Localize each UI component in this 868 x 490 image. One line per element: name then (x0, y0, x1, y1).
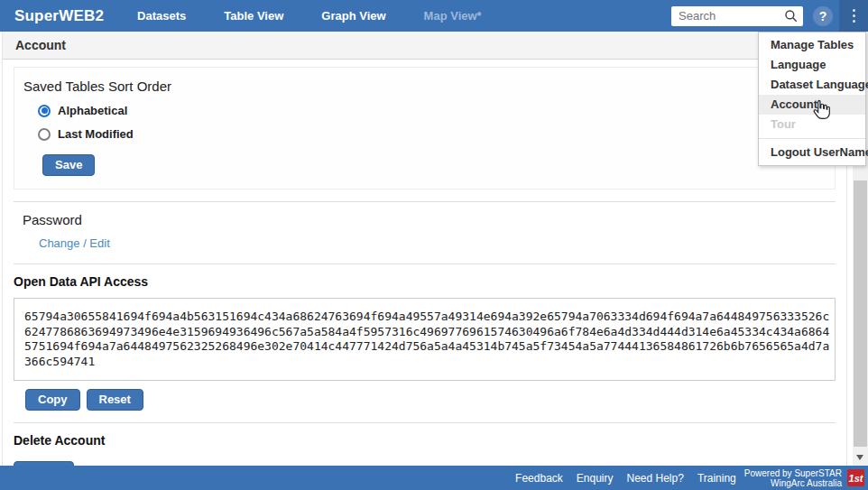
menu-item-tour: Tour (759, 115, 865, 134)
copy-button[interactable]: Copy (25, 389, 80, 411)
powered-by-text: Powered by SuperSTAR WingArc Australia (744, 468, 842, 488)
page-title: Account (3, 32, 846, 60)
radio-unselected-icon[interactable] (38, 128, 51, 141)
overflow-dropdown-menu: Manage Tables Language Dataset Language … (758, 32, 866, 166)
app-logo[interactable]: SuperWEB2 (0, 7, 118, 25)
search-icon[interactable] (784, 9, 799, 23)
scrollbar-down-arrow-icon[interactable] (856, 455, 863, 460)
password-section: Password Change / Edit (14, 212, 836, 252)
kebab-menu-icon[interactable] (839, 0, 868, 32)
scrollbar-thumb[interactable] (854, 180, 867, 447)
menu-separator (759, 138, 865, 139)
change-edit-link[interactable]: Change / Edit (39, 236, 110, 250)
section-divider (14, 263, 836, 264)
api-access-section: Open Data API Access 65794a30655841694f6… (14, 274, 836, 411)
kebab-dot (853, 14, 855, 17)
footer-bar: Feedback Enquiry Need Help? Training Pow… (0, 466, 868, 490)
radio-selected-icon[interactable] (38, 105, 51, 117)
api-key-box: 65794a30655841694f694a4b563151694c434a68… (14, 298, 836, 381)
top-navbar: SuperWEB2 Datasets Table View Graph View… (0, 0, 868, 32)
menu-item-account[interactable]: Account (759, 95, 865, 115)
radio-alphabetical[interactable]: Alphabetical (38, 104, 826, 117)
menu-item-manage-tables[interactable]: Manage Tables (759, 35, 865, 55)
radio-last-modified[interactable]: Last Modified (38, 127, 826, 141)
section-divider (14, 201, 836, 202)
delete-account-heading: Delete Account (14, 433, 836, 448)
menu-item-dataset-language[interactable]: Dataset Language (759, 75, 865, 95)
section-divider (14, 422, 836, 423)
api-key-value: 65794a30655841694f694a4b563151694c434a68… (24, 310, 831, 369)
powered-line1: Powered by SuperSTAR (744, 468, 842, 478)
nav-item-datasets[interactable]: Datasets (118, 9, 205, 23)
account-content: Saved Tables Sort Order Alphabetical Las… (3, 67, 846, 466)
footer-links: Feedback Enquiry Need Help? Training (515, 472, 736, 485)
save-button[interactable]: Save (42, 154, 95, 176)
footer-link-enquiry[interactable]: Enquiry (577, 472, 614, 485)
footer-link-feedback[interactable]: Feedback (515, 472, 563, 485)
menu-item-language[interactable]: Language (759, 55, 865, 75)
radio-last-modified-label: Last Modified (58, 127, 134, 141)
api-access-heading: Open Data API Access (14, 274, 836, 289)
help-icon[interactable]: ? (813, 6, 833, 26)
reset-button[interactable]: Reset (87, 389, 143, 411)
powered-line2: WingArc Australia (744, 478, 842, 488)
menu-item-logout[interactable]: Logout UserName (759, 143, 865, 162)
app-window: SuperWEB2 Datasets Table View Graph View… (0, 0, 868, 490)
main-area: Account Saved Tables Sort Order Alphabet… (2, 32, 847, 466)
wingarc-1st-logo: 1st (847, 469, 864, 486)
delete-account-section: Delete Account Delete (14, 433, 836, 466)
footer-link-training[interactable]: Training (697, 472, 736, 485)
radio-alphabetical-label: Alphabetical (58, 104, 127, 117)
sort-order-section: Saved Tables Sort Order Alphabetical Las… (14, 67, 836, 190)
kebab-dot (853, 9, 855, 12)
kebab-dot (853, 20, 855, 23)
search-box (671, 6, 803, 26)
nav-item-graph-view[interactable]: Graph View (302, 9, 404, 23)
nav-item-map-view[interactable]: Map View* (405, 9, 501, 23)
password-heading: Password (23, 212, 836, 227)
sort-order-heading: Saved Tables Sort Order (23, 79, 826, 94)
nav-item-table-view[interactable]: Table View (205, 9, 302, 23)
footer-link-need-help[interactable]: Need Help? (627, 472, 684, 485)
api-buttons: Copy Reset (25, 389, 836, 411)
